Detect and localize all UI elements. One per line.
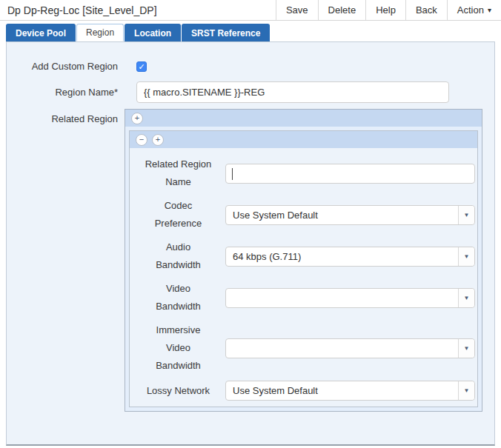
plus-icon: +: [156, 135, 160, 144]
related-region-row: Related Region + − + Related: [7, 109, 494, 412]
help-button[interactable]: Help: [365, 0, 405, 20]
related-region-group-header: +: [125, 110, 482, 127]
region-name-input[interactable]: [136, 81, 449, 103]
codec-preference-select[interactable]: Use System Default ▼: [225, 205, 475, 225]
related-region-item: − + Related Region Name: [129, 130, 478, 407]
save-button[interactable]: Save: [276, 0, 318, 20]
audio-bandwidth-select[interactable]: 64 kbps (G.711) ▼: [225, 247, 475, 267]
immersive-video-bandwidth-label: Immersive Video Bandwidth: [143, 321, 213, 375]
region-name-row: Region Name*: [7, 81, 494, 103]
related-region-name-input[interactable]: [225, 164, 475, 184]
tab-region[interactable]: Region: [76, 24, 124, 41]
lossy-network-row: Lossy Network Use System Default ▼: [130, 381, 477, 401]
add-custom-region-checkbox[interactable]: ✓: [136, 61, 147, 72]
action-menu-button[interactable]: Action ▾: [447, 0, 501, 20]
selected-value: [226, 339, 458, 358]
dropdown-arrow-icon[interactable]: ▼: [458, 206, 474, 224]
minus-icon: −: [139, 135, 144, 144]
delete-button[interactable]: Delete: [318, 0, 366, 20]
video-bandwidth-row: Video Bandwidth ▼: [130, 280, 477, 315]
video-bandwidth-label: Video Bandwidth: [143, 280, 213, 315]
codec-preference-row: Codec Preference Use System Default ▼: [130, 197, 477, 233]
related-region-label: Related Region: [7, 109, 118, 124]
related-region-group: + − + Related Region Name: [125, 109, 482, 412]
audio-bandwidth-label: Audio Bandwidth: [143, 238, 213, 274]
dropdown-arrow-icon[interactable]: ▼: [458, 381, 474, 400]
window-header: Dp Dp-Reg-Loc [Site_Level_DP] Save Delet…: [0, 0, 501, 21]
dropdown-arrow-icon[interactable]: ▼: [458, 247, 474, 266]
related-region-name-row: Related Region Name: [130, 156, 477, 191]
lossy-network-select[interactable]: Use System Default ▼: [225, 381, 475, 401]
plus-icon: +: [135, 113, 139, 122]
add-row-button[interactable]: +: [131, 113, 143, 124]
tab-location[interactable]: Location: [125, 24, 181, 41]
add-custom-region-row: Add Custom Region ✓: [7, 61, 494, 72]
add-row-button[interactable]: +: [152, 134, 164, 146]
audio-bandwidth-row: Audio Bandwidth 64 kbps (G.711) ▼: [130, 238, 477, 274]
text-cursor: [232, 168, 233, 180]
selected-value: Use System Default: [226, 206, 458, 224]
tab-device-pool[interactable]: Device Pool: [6, 24, 76, 41]
lossy-network-label: Lossy Network: [143, 382, 213, 400]
immersive-video-bandwidth-row: Immersive Video Bandwidth ▼: [130, 321, 477, 375]
region-form-panel: Add Custom Region ✓ Region Name* Related…: [6, 41, 495, 446]
remove-row-button[interactable]: −: [136, 134, 147, 146]
dropdown-arrow-icon[interactable]: ▼: [458, 339, 474, 358]
selected-value: [226, 289, 458, 307]
related-region-item-header: − +: [130, 131, 477, 148]
dropdown-arrow-icon[interactable]: ▼: [458, 289, 474, 307]
codec-preference-label: Codec Preference: [143, 197, 213, 233]
add-custom-region-label: Add Custom Region: [7, 61, 118, 72]
related-region-name-label: Related Region Name: [143, 156, 213, 191]
page-title: Dp Dp-Reg-Loc [Site_Level_DP]: [0, 0, 276, 20]
immersive-video-bandwidth-select[interactable]: ▼: [225, 338, 475, 358]
action-menu-label: Action: [457, 4, 484, 16]
back-button[interactable]: Back: [405, 0, 447, 20]
check-icon: ✓: [138, 62, 145, 71]
tab-bar: Device Pool Region Location SRST Referen…: [0, 21, 501, 41]
caret-down-icon: ▾: [488, 6, 491, 14]
tab-srst-reference[interactable]: SRST Reference: [182, 24, 270, 41]
video-bandwidth-select[interactable]: ▼: [225, 288, 475, 308]
region-name-label: Region Name*: [7, 87, 118, 98]
selected-value: Use System Default: [226, 381, 458, 400]
selected-value: 64 kbps (G.711): [226, 247, 458, 266]
